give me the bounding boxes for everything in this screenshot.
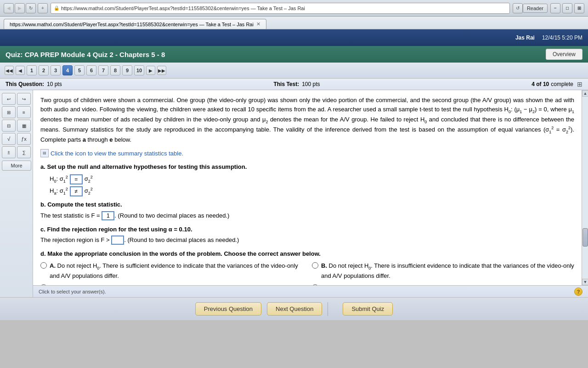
nav-q2[interactable]: 2: [39, 65, 49, 75]
f-statistic-input[interactable]: 1: [102, 211, 114, 220]
option-d-b: B. Do not reject H0. There is insufficie…: [312, 261, 574, 281]
this-test-pts: 100 pts: [302, 81, 320, 87]
next-question-button[interactable]: Next Question: [267, 302, 322, 316]
content-area: Two groups of children were shown a comm…: [33, 90, 588, 297]
nav-q7[interactable]: 7: [98, 65, 108, 75]
scrollbar[interactable]: ▲ ▼: [582, 90, 588, 285]
nav-q9[interactable]: 9: [122, 65, 132, 75]
expand-icon[interactable]: ⊞: [577, 80, 582, 88]
nav-q1[interactable]: 1: [27, 65, 37, 75]
help-button[interactable]: ?: [574, 288, 582, 296]
reload-button[interactable]: ↻: [26, 3, 36, 13]
nav-next-button[interactable]: ▶: [146, 66, 155, 75]
url-text: https://www.mathxl.com/Student/PlayerTes…: [61, 6, 305, 11]
window-controls: − □ ⊞: [550, 3, 584, 13]
nav-q8[interactable]: 8: [110, 65, 120, 75]
back-button[interactable]: ◀: [4, 3, 14, 13]
h0-symbol-input[interactable]: =: [70, 174, 83, 184]
undo-button[interactable]: ↩: [2, 93, 16, 105]
h0-prefix: H0: σ12: [50, 174, 68, 184]
nav-q5[interactable]: 5: [74, 65, 85, 75]
option-d-b-label: B. Do not reject H0. There is insufficie…: [321, 261, 574, 281]
active-tab[interactable]: https://www.mathxl.com/Student/PlayerTes…: [4, 19, 266, 29]
left-toolbar: ↩ ↪ ⊞ ≡ ⊟ ▦ √ ƒx ± ∑ More: [0, 90, 33, 297]
question-nav: ◀◀ ◀ 1 2 3 4 5 6 7 8 9 10 ▶ ▶▶: [0, 63, 588, 79]
hypothesis-block: H0: σ12 = σ22 Ha: σ12 ≠ σ22: [50, 174, 574, 197]
submit-quiz-button[interactable]: Submit Quiz: [343, 302, 393, 316]
lock-icon: 🔒: [54, 6, 59, 11]
minimize-button[interactable]: −: [550, 3, 560, 13]
part-d-label: d. Make the appropriate conclusion in th…: [40, 249, 574, 259]
user-info: Jas Rai 12/4/15 5:20 PM: [515, 34, 582, 41]
app-header: Jas Rai 12/4/15 5:20 PM: [0, 29, 588, 46]
username: Jas Rai: [515, 34, 535, 41]
nav-q10[interactable]: 10: [134, 65, 144, 75]
part-c: c. Find the rejection region for the tes…: [40, 225, 574, 245]
overview-button[interactable]: Overview: [546, 49, 582, 60]
this-question-label: This Question:: [6, 81, 44, 87]
ha-suffix: σ22: [85, 186, 93, 196]
main-area: ↩ ↪ ⊞ ≡ ⊟ ▦ √ ƒx ± ∑ More Two groups of …: [0, 90, 588, 297]
quiz-title: Quiz: CPA PREP Module 4 Quiz 2 - Chapter…: [6, 51, 165, 58]
maximize-button[interactable]: □: [562, 3, 572, 13]
nav-prev-button[interactable]: ◀: [16, 66, 25, 75]
sqrt-button[interactable]: √: [2, 133, 16, 145]
toolbar-row-1: ↩ ↪: [2, 93, 31, 105]
func-button[interactable]: ƒx: [17, 133, 31, 145]
radio-d-b[interactable]: [312, 262, 318, 269]
toolbar-row-4: √ ƒx: [2, 133, 31, 145]
nav-q4[interactable]: 4: [62, 65, 73, 75]
radio-d-a[interactable]: [40, 262, 47, 269]
bottom-divider: [328, 302, 328, 316]
option-d-a-label: A. Do not reject H0. There is sufficient…: [50, 261, 303, 281]
question-info-bar: This Question: 10 pts This Test: 100 pts…: [0, 79, 588, 90]
new-tab-button[interactable]: +: [38, 3, 48, 13]
refresh-icon[interactable]: ↺: [513, 3, 523, 13]
browser-nav-buttons: ◀ ▶ ↻: [4, 3, 36, 13]
ha-symbol-input[interactable]: ≠: [70, 186, 83, 196]
window-icon[interactable]: ⊞: [574, 3, 584, 13]
ha-prefix: Ha: σ12: [50, 186, 68, 196]
question-content: Two groups of children were shown a comm…: [33, 90, 582, 285]
address-bar[interactable]: 🔒 https://www.mathxl.com/Student/PlayerT…: [51, 3, 510, 14]
part-c-text: The rejection region is F > . (Round to …: [40, 236, 574, 245]
h0-suffix: σ22: [85, 174, 93, 184]
scroll-thumb[interactable]: [582, 228, 588, 247]
click-icon-text: Click the icon to view the summary stati…: [51, 149, 183, 158]
click-icon-link[interactable]: ▤ Click the icon to view the summary sta…: [40, 149, 574, 158]
toolbar-row-2: ⊞ ≡: [2, 106, 31, 118]
scroll-down-button[interactable]: ▼: [582, 279, 588, 285]
part-d: d. Make the appropriate conclusion in th…: [40, 249, 574, 285]
test-info: This Test: 100 pts: [62, 81, 532, 87]
part-b: b. Compute the test statistic. The test …: [40, 200, 574, 220]
tab-label: https://www.mathxl.com/Student/PlayerTes…: [10, 22, 254, 27]
forward-button[interactable]: ▶: [15, 3, 25, 13]
nav-q3[interactable]: 3: [51, 65, 61, 75]
symbol-button-2[interactable]: ∑: [17, 146, 31, 158]
nav-first-button[interactable]: ◀◀: [5, 66, 14, 75]
more-button[interactable]: More: [2, 161, 31, 171]
table-icon: ▤: [40, 149, 49, 157]
chart-button[interactable]: ▦: [17, 120, 31, 132]
nav-q6[interactable]: 6: [86, 65, 96, 75]
redo-button[interactable]: ↪: [17, 93, 31, 105]
datetime: 12/4/15 5:20 PM: [542, 34, 582, 41]
grid-tool-button[interactable]: ⊞: [2, 106, 16, 118]
content-wrapper: Two groups of children were shown a comm…: [33, 90, 588, 285]
tab-close-icon[interactable]: ✕: [256, 21, 260, 27]
symbol-button-1[interactable]: ±: [2, 146, 16, 158]
scroll-up-button[interactable]: ▲: [582, 90, 588, 97]
reader-button[interactable]: Reader: [523, 4, 548, 13]
alt-hypothesis: Ha: σ12 ≠ σ22: [50, 186, 574, 196]
previous-question-button[interactable]: Previous Question: [195, 302, 261, 316]
part-b-label: b. Compute the test statistic.: [40, 200, 574, 209]
nav-last-button[interactable]: ▶▶: [157, 66, 166, 75]
status-bar: Click to select your answer(s). ?: [33, 285, 588, 297]
bottom-bar: Previous Question Next Question Submit Q…: [0, 297, 588, 320]
part-d-options: A. Do not reject H0. There is sufficient…: [40, 261, 574, 285]
rejection-region-input[interactable]: [111, 236, 124, 245]
table-button[interactable]: ⊟: [2, 120, 16, 132]
list-tool-button[interactable]: ≡: [17, 106, 31, 118]
part-b-text: The test statistic is F = 1. (Round to t…: [40, 211, 574, 220]
quiz-title-bar: Quiz: CPA PREP Module 4 Quiz 2 - Chapter…: [0, 46, 588, 63]
